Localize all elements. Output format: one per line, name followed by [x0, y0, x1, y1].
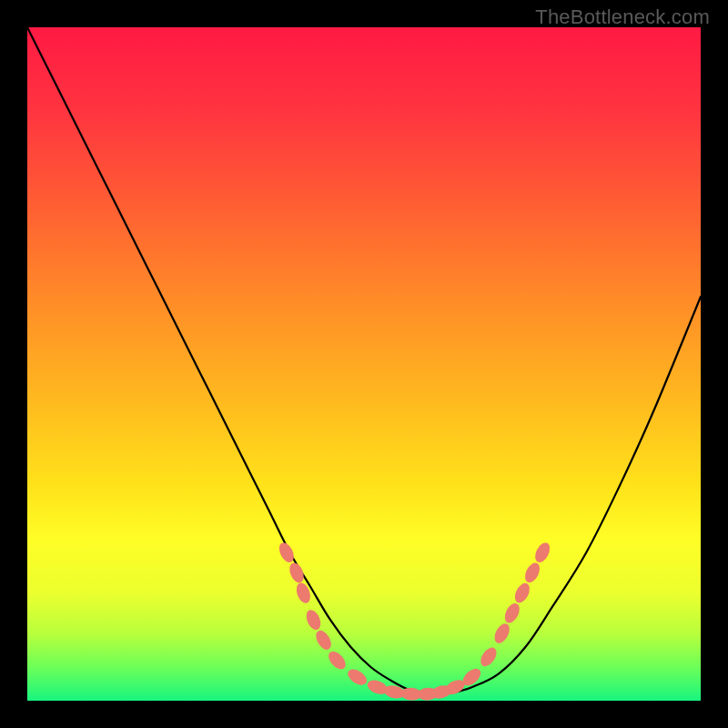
bottleneck-chart [27, 27, 701, 701]
watermark-text: TheBottleneck.com [535, 5, 710, 29]
gradient-background [27, 27, 701, 701]
chart-frame: TheBottleneck.com [0, 0, 728, 728]
plot-area [27, 27, 701, 701]
